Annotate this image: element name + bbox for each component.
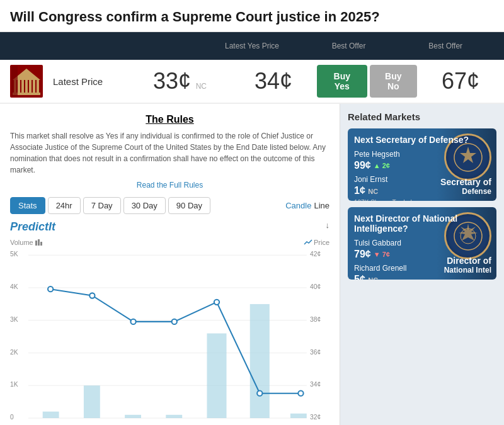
svg-point-44 bbox=[257, 391, 262, 396]
svg-rect-13 bbox=[40, 242, 42, 246]
svg-rect-38 bbox=[290, 414, 307, 418]
defense-change-up: ▲ 2¢ bbox=[374, 162, 390, 169]
chart-tabs: Stats 24hr 7 Day 30 Day 90 Day Candle Li… bbox=[10, 197, 329, 214]
left-panel: The Rules This market shall resolve as Y… bbox=[0, 104, 340, 425]
best-offer-price: 67¢ bbox=[427, 68, 494, 94]
tab-30day[interactable]: 30 Day bbox=[123, 197, 166, 214]
svg-rect-35 bbox=[166, 415, 182, 418]
intel-bg-text: Director of National Intel bbox=[444, 256, 491, 275]
svg-text:38¢: 38¢ bbox=[310, 316, 321, 323]
tab-stats[interactable]: Stats bbox=[10, 197, 45, 214]
svg-point-42 bbox=[172, 319, 177, 324]
market-card-intel-price2: 5¢ NC bbox=[354, 274, 490, 280]
rules-title: The Rules bbox=[10, 114, 329, 125]
rules-section: The Rules This market shall resolve as Y… bbox=[10, 114, 329, 190]
svg-text:3K: 3K bbox=[10, 316, 18, 323]
svg-rect-33 bbox=[84, 385, 100, 418]
svg-text:42¢: 42¢ bbox=[310, 251, 321, 258]
svg-text:36¢: 36¢ bbox=[310, 349, 321, 356]
svg-rect-34 bbox=[125, 415, 141, 418]
price-bar: Latest Yes Price Best Offer Best Offer bbox=[0, 32, 504, 60]
svg-rect-2 bbox=[18, 79, 20, 94]
page-title: Will Congress confirm a Supreme Court ju… bbox=[0, 0, 504, 32]
svg-text:32¢: 32¢ bbox=[310, 414, 321, 421]
svg-rect-12 bbox=[38, 239, 40, 246]
volume-label: Volume bbox=[10, 238, 43, 247]
svg-text:5K: 5K bbox=[10, 251, 18, 258]
read-full-rules-link[interactable]: Read the Full Rules bbox=[10, 181, 329, 190]
svg-rect-4 bbox=[25, 79, 28, 94]
market-card-defense-person1: Pete Hegseth bbox=[354, 150, 490, 159]
buy-yes-button[interactable]: Buy Yes bbox=[317, 65, 367, 98]
tab-24hr[interactable]: 24hr bbox=[48, 197, 81, 214]
svg-text:40¢: 40¢ bbox=[310, 283, 321, 290]
svg-rect-36 bbox=[207, 334, 226, 419]
chart-svg: 5K 4K 3K 2K 1K 0 42¢ 40¢ 38¢ 36¢ 34¢ 32¢ bbox=[10, 249, 329, 425]
yes-price-section: 33¢ NC bbox=[130, 68, 230, 94]
price-bar-col2: Best Offer bbox=[301, 42, 398, 50]
price-label: Price bbox=[304, 238, 329, 247]
svg-rect-6 bbox=[33, 79, 35, 94]
svg-point-41 bbox=[130, 319, 135, 324]
svg-point-40 bbox=[89, 293, 94, 298]
predictit-logo: PredictIt bbox=[10, 220, 55, 234]
defense-bg-text: Secretary of Defense bbox=[440, 177, 491, 196]
chart-area: PredictIt ↓ Volume Price 5K 4K 3K 2K 1K … bbox=[10, 220, 329, 425]
market-card-defense[interactable]: Next Secretary of Defense? Pete Hegseth … bbox=[348, 128, 496, 201]
svg-rect-5 bbox=[29, 79, 32, 94]
svg-rect-3 bbox=[21, 79, 24, 94]
tab-90day[interactable]: 90 Day bbox=[168, 197, 210, 214]
latest-price-row: Latest Price 33¢ NC 34¢ Buy Yes Buy No 6… bbox=[0, 60, 504, 104]
main-content: The Rules This market shall resolve as Y… bbox=[0, 104, 504, 425]
svg-rect-10 bbox=[11, 66, 18, 96]
latest-price-label: Latest Price bbox=[53, 76, 120, 87]
svg-point-39 bbox=[48, 286, 53, 292]
yes-nc: NC bbox=[196, 82, 207, 91]
market-card-intel[interactable]: Next Director of National Intelligence? … bbox=[348, 207, 496, 280]
offer-price: 34¢ bbox=[255, 68, 292, 94]
svg-text:34¢: 34¢ bbox=[310, 381, 321, 388]
tab-7day[interactable]: 7 Day bbox=[83, 197, 121, 214]
offer-price-section: 34¢ bbox=[240, 68, 307, 94]
related-markets-title: Related Markets bbox=[348, 111, 496, 122]
right-panel: Related Markets Next Secretary of Defens… bbox=[340, 104, 504, 425]
svg-point-43 bbox=[214, 300, 219, 305]
yes-price: 33¢ bbox=[153, 68, 191, 94]
price-bar-col1: Latest Yes Price bbox=[203, 42, 301, 50]
rules-text: This market shall resolve as Yes if any … bbox=[10, 130, 329, 176]
tab-candle[interactable]: Candle bbox=[285, 201, 311, 210]
svg-point-45 bbox=[298, 391, 303, 396]
buy-no-button[interactable]: Buy No bbox=[370, 65, 417, 98]
download-icon[interactable]: ↓ bbox=[326, 220, 330, 230]
svg-rect-37 bbox=[250, 304, 270, 418]
intel-change-down: ▼ 7¢ bbox=[374, 251, 390, 258]
tab-line[interactable]: Line bbox=[314, 201, 329, 210]
buy-buttons: Buy Yes Buy No bbox=[317, 65, 417, 98]
market-card-defense-title: Next Secretary of Defense? bbox=[354, 135, 490, 145]
price-bar-col3: Best Offer bbox=[397, 42, 494, 50]
svg-text:2K: 2K bbox=[10, 349, 18, 356]
svg-text:1K: 1K bbox=[10, 381, 18, 388]
svg-text:0: 0 bbox=[10, 414, 14, 421]
market-card-intel-person1: Tulsi Gabbard bbox=[354, 239, 490, 247]
market-card-defense-price1: 99¢ ▲ 2¢ bbox=[354, 160, 490, 171]
market-card-defense-shares: 107K Shares Traded bbox=[354, 199, 490, 201]
svg-rect-7 bbox=[37, 79, 39, 94]
market-icon bbox=[10, 65, 43, 98]
svg-text:4K: 4K bbox=[10, 283, 18, 290]
svg-rect-11 bbox=[35, 241, 37, 246]
svg-rect-32 bbox=[43, 412, 59, 418]
market-card-intel-title: Next Director of National Intelligence? bbox=[354, 213, 490, 234]
